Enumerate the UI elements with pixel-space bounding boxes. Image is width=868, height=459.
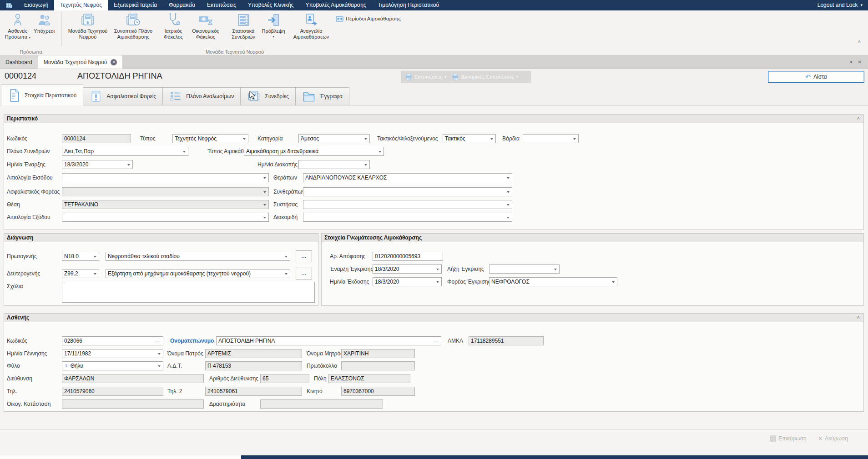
mother-name-field[interactable]: ΧΑΡΙΤΙΝΗ [341,349,415,358]
transfer-dropdown[interactable] [303,213,512,222]
tab-incident-details[interactable]: Στοιχεία Περιστατικού [1,85,83,105]
dropdown-arrow-icon[interactable] [364,164,367,166]
dropdown-arrow-icon[interactable] [127,164,130,166]
dropdown-arrow-icon[interactable] [378,151,381,153]
dropdown-arrow-icon[interactable] [554,269,557,270]
dialysis-type-dropdown[interactable]: Αιμοκάθαρση με διτανθρακικά [244,147,384,156]
validate-button[interactable]: Επικύρωση [770,435,807,442]
phone-field[interactable]: 2410579060 [62,387,163,396]
secondary-diagnosis-more-button[interactable]: ... [296,268,312,279]
mobile-field[interactable]: 6970367000 [341,387,415,396]
incident-code-field[interactable]: 0000124 [62,134,131,143]
approval-body-dropdown[interactable]: ΝΕΦΡΟΛΟΓΟΣ [489,277,617,286]
menu-ektyposeis[interactable]: Εκτυπώσεις [201,0,242,10]
address-field[interactable]: ΦΑΡΣΑΛΩΝ [62,374,204,383]
exit-reason-dropdown[interactable] [62,213,269,222]
dropdown-arrow-icon[interactable]: ▾ [516,75,518,79]
tab-documents[interactable]: Έγγραφα [296,87,349,105]
collapse-chevron-icon[interactable]: ˄ [857,115,860,121]
dropdown-arrow-icon[interactable] [158,365,161,367]
approval-end-dropdown[interactable] [489,264,560,274]
dropdown-arrow-icon[interactable] [285,273,288,275]
logout-and-lock-button[interactable]: Logout and Lock ▾ [818,0,868,10]
insurance-provider-dropdown[interactable] [62,187,269,196]
incident-shift-dropdown[interactable] [523,134,579,143]
entry-reason-dropdown[interactable] [62,173,269,182]
app-logo-icon[interactable] [0,0,18,10]
start-date-dropdown[interactable]: 18/3/2020 [62,160,133,169]
medical-file-button[interactable]: Ιατρικός Φάκελος [159,10,187,40]
dropdown-arrow-icon[interactable] [507,217,510,219]
tab-close-icon[interactable]: ✕ [111,59,117,65]
patient-fullname-field[interactable]: ΑΠΟΣΤΟΛΙΔΗ ΡΗΓΙΝΑ... [216,336,441,345]
identity-card-field[interactable]: Π 478153 [205,361,302,370]
panel-close-icon[interactable]: ✕ [858,60,862,65]
gender-dropdown[interactable]: ♀Θήλυ [62,361,163,370]
list-button[interactable]: ↶ Λίστα [768,71,864,83]
dropdown-arrow-icon[interactable] [263,177,266,179]
co-doctor-dropdown[interactable] [303,187,512,196]
city-field[interactable]: ΕΛΑΣΣΟΝΟΣ [328,374,410,383]
primary-diagnosis-more-button[interactable]: ... [296,250,312,262]
referrer-dropdown[interactable] [303,200,512,209]
protocol-field[interactable] [341,361,415,370]
summary-dialysis-plan-button[interactable]: Συνοπτικό Πλάνο Αιμοκάθαρσης [111,10,156,40]
incident-regular-dropdown[interactable]: Τακτικός [443,134,496,143]
patients-persons-button[interactable]: Ασθενείς Πρόσωπα ▾ [5,10,31,40]
dropdown-arrow-icon[interactable] [263,204,266,206]
dropdown-arrow-icon[interactable] [490,138,493,140]
dropdown-arrow-icon[interactable] [507,191,510,193]
dropdown-arrow-icon[interactable] [263,217,266,219]
incident-category-dropdown[interactable]: Άμεσος [298,134,370,143]
dropdown-arrow-icon[interactable] [158,353,161,355]
menu-ypovoles-klinikis[interactable]: Υποβολές Κλινικής [242,0,299,10]
collapse-chevron-icon[interactable]: ˄ [857,314,860,320]
dropdown-arrow-icon[interactable] [285,256,288,258]
dropdown-arrow-icon[interactable] [507,177,510,179]
tab-artificial-kidney-unit[interactable]: Μονάδα Τεχνητού Νεφρού ✕ [38,55,123,69]
financial-file-button[interactable]: Οικονομικός Φάκελος [187,10,224,40]
dropdown-arrow-icon[interactable] [436,281,439,283]
approval-start-dropdown[interactable]: 18/3/2020 [373,264,442,274]
address-number-field[interactable]: 65 [260,374,309,383]
issue-date-dropdown[interactable]: 18/3/2020 [373,277,442,286]
lookup-ellipsis-button[interactable]: ... [155,337,161,344]
dropdown-arrow-icon[interactable] [94,273,96,275]
session-plan-dropdown[interactable]: Δευ,Τετ,Παρ [62,147,188,156]
stop-date-dropdown[interactable] [298,160,370,169]
attending-doctor-dropdown[interactable]: ΑΝΔΡΙΑΝΟΠΟΥΛΟΣ ΚΛΕΑΡΧΟΣ [303,173,512,182]
cancel-button[interactable]: ✕ Ακύρωση [818,435,848,442]
dropdown-arrow-icon[interactable] [612,281,615,283]
dropdown-arrow-icon[interactable] [436,269,439,270]
position-dropdown[interactable]: ΤΕΤΡΑΚΛΙΝΟ [62,200,269,209]
session-statistics-button[interactable]: Στατιστικά Συνεδριών [227,10,260,40]
amka-field[interactable]: 17118289551 [469,336,544,345]
lookup-ellipsis-button[interactable]: ... [433,337,439,344]
ribbon-collapse-icon[interactable]: ˄ [858,39,861,44]
print-button[interactable]: Εκτυπώσεις ▾ [404,74,448,80]
tab-dashboard[interactable]: Dashboard [0,55,38,69]
dialysis-announcement-button[interactable]: Αναγγελία Αιμοκαθάρσεων [290,10,332,40]
dropdown-arrow-icon[interactable]: ▾ [444,75,446,79]
menu-farmakeio[interactable]: Φαρμακείο [163,0,201,10]
father-name-field[interactable]: ΑΡΤΕΜΙΣ [205,349,302,358]
menu-eisagogi[interactable]: Εισαγωγή [18,0,54,10]
secondary-diagnosis-desc-dropdown[interactable]: Εξάρτηση από μηχάνημα αιμοκάθαρσης (τεχν… [106,269,290,278]
dropdown-arrow-icon[interactable] [243,138,246,140]
artificial-kidney-unit-button[interactable]: Μονάδα Τεχνητού Νεφρού [65,10,111,40]
forecast-button[interactable]: Πρόβλεψη ▾ [260,10,287,40]
incident-type-dropdown[interactable]: Τεχνητός Νεφρός [172,134,248,143]
secondary-diagnosis-code-dropdown[interactable]: Z99.2 [62,269,99,278]
dropdown-arrow-icon[interactable] [263,191,266,193]
dropdown-arrow-icon[interactable] [364,138,367,140]
menu-exoterika-iatreia[interactable]: Εξωτερικά Ιατρεία [108,0,163,10]
dropdown-arrow-icon[interactable] [573,138,576,140]
marital-status-field[interactable] [62,399,204,409]
menu-texnitos-nefros[interactable]: Τεχνητός Νεφρός [54,0,108,10]
birth-date-dropdown[interactable]: 17/11/1982 [62,349,163,358]
activity-field[interactable] [260,399,383,409]
dropdown-arrow-icon[interactable] [183,151,186,153]
dynamic-print-button[interactable]: Δυναμικές Εκτυπώσεις ▾ [450,74,520,80]
tab-list-dropdown-icon[interactable]: ▾ [850,60,853,65]
patient-code-field[interactable]: 028066... [62,336,163,345]
